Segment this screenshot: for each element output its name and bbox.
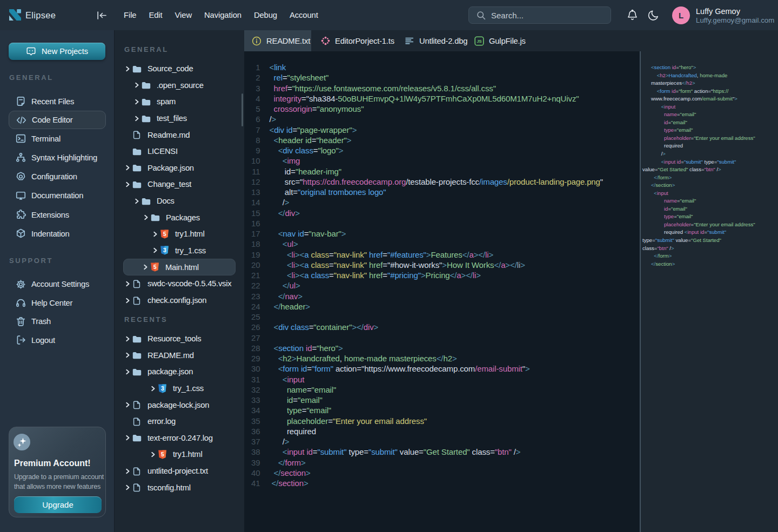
svg-text:3: 3 xyxy=(161,385,164,392)
svg-text:JS: JS xyxy=(477,39,482,44)
svg-text:5: 5 xyxy=(153,264,157,270)
svg-text:3: 3 xyxy=(163,247,166,253)
svg-text:5: 5 xyxy=(163,231,166,237)
svg-text:5: 5 xyxy=(161,451,164,457)
